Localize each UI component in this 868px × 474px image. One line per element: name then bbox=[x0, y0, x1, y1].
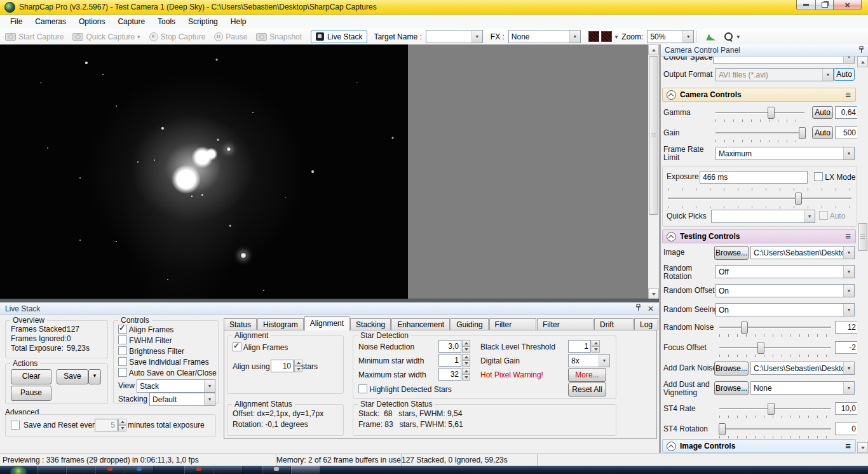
add-dust-browse-button[interactable]: Browse... bbox=[714, 381, 749, 395]
slider-thumb[interactable] bbox=[795, 193, 802, 205]
highlight-stars-checkbox[interactable]: Highlight Detected Stars bbox=[358, 384, 452, 394]
lx-mode-checkbox[interactable]: LX Mode bbox=[814, 172, 855, 182]
collapse-icon[interactable] bbox=[667, 232, 676, 241]
more-button[interactable]: More... bbox=[568, 368, 606, 382]
gain-auto-button[interactable]: Auto bbox=[812, 126, 833, 139]
colour-space-combo[interactable]: ▾ bbox=[713, 57, 855, 64]
spin-up-icon[interactable] bbox=[592, 340, 600, 346]
random-rotation-combo[interactable]: Off ▾ bbox=[715, 265, 855, 278]
windows-taskbar[interactable] bbox=[0, 466, 868, 474]
live-stack-toggle-button[interactable]: Live Stack bbox=[311, 30, 367, 43]
close-icon[interactable]: ✕ bbox=[648, 304, 654, 313]
pause-button[interactable]: Pause bbox=[11, 386, 51, 401]
focus-offset-value[interactable]: -2 bbox=[835, 341, 858, 354]
menu-file[interactable]: File bbox=[4, 15, 29, 28]
image-controls-section-header[interactable]: Image Controls ≡ bbox=[662, 439, 856, 453]
black-level-spinner[interactable]: 1 bbox=[568, 340, 600, 353]
fwhm-filter-checkbox[interactable]: FWHM Filter bbox=[118, 335, 172, 345]
spin-down-icon[interactable] bbox=[462, 374, 470, 381]
exposure-slider[interactable] bbox=[668, 192, 851, 205]
tab-status[interactable]: Status bbox=[224, 318, 257, 330]
frame-rate-combo[interactable]: Maximum ▾ bbox=[715, 147, 855, 160]
scroll-down-button[interactable] bbox=[857, 442, 868, 453]
taskbar-button[interactable] bbox=[125, 466, 154, 474]
image-browse-button[interactable]: Browse... bbox=[714, 246, 749, 260]
camera-panel-scrollbar[interactable] bbox=[857, 57, 868, 453]
viewport-vertical-scrollbar[interactable] bbox=[648, 44, 659, 299]
taskbar-button[interactable] bbox=[214, 466, 243, 474]
slider-thumb[interactable] bbox=[741, 322, 748, 334]
spin-up-icon[interactable] bbox=[462, 368, 470, 374]
slider-thumb[interactable] bbox=[799, 127, 806, 139]
start-orb-icon[interactable] bbox=[10, 466, 27, 474]
start-capture-button[interactable]: Start Capture bbox=[5, 32, 64, 41]
close-button[interactable]: ✕ bbox=[834, 0, 862, 10]
digital-gain-combo[interactable]: 8x▾ bbox=[568, 354, 610, 367]
taskbar-button[interactable] bbox=[95, 466, 125, 474]
menu-icon[interactable]: ≡ bbox=[845, 91, 851, 98]
random-noise-value[interactable]: 12 bbox=[835, 321, 858, 334]
crosshair-icon-button[interactable] bbox=[601, 31, 612, 42]
menu-cameras[interactable]: Cameras bbox=[29, 15, 72, 28]
save-individual-frames-checkbox[interactable]: Save Individual Frames bbox=[118, 357, 209, 367]
max-star-width-spinner[interactable]: 32 bbox=[438, 368, 470, 381]
min-star-width-spinner[interactable]: 1 bbox=[438, 354, 470, 367]
fx-combo[interactable]: None ▾ bbox=[508, 30, 581, 43]
slider-thumb[interactable] bbox=[768, 403, 775, 415]
add-dark-noise-combo[interactable]: C:\Users\Sebastien\Deskto... ▾ bbox=[750, 362, 855, 375]
align-frames-checkbox[interactable]: Align Frames bbox=[118, 325, 173, 334]
brightness-filter-checkbox[interactable]: Brightness Filter bbox=[118, 346, 184, 356]
gain-value[interactable]: 500 bbox=[835, 126, 858, 139]
quick-capture-button[interactable]: Quick Capture ▾ bbox=[72, 32, 140, 41]
st4-rotation-slider[interactable] bbox=[719, 423, 831, 435]
pause-button[interactable]: Pause bbox=[214, 32, 247, 41]
taskbar-button[interactable] bbox=[184, 466, 214, 474]
reset-all-button[interactable]: Reset All bbox=[568, 383, 606, 396]
sky-image[interactable] bbox=[0, 44, 408, 299]
taskbar-button[interactable] bbox=[66, 466, 95, 474]
scroll-down-button[interactable] bbox=[648, 288, 659, 299]
image-combo[interactable]: C:\Users\Sebastien\Deskto... ▾ bbox=[750, 246, 855, 259]
slider-thumb[interactable] bbox=[768, 107, 775, 119]
tab-stacking[interactable]: Stacking bbox=[350, 318, 391, 330]
tab-drift-graph[interactable]: Drift Graph bbox=[594, 318, 634, 330]
st4-rotation-value[interactable]: 0 bbox=[835, 423, 858, 435]
zoom-combo[interactable]: 50% ▾ bbox=[647, 30, 694, 43]
auto-save-checkbox[interactable]: Auto Save on Clear/Close bbox=[118, 368, 217, 377]
restore-button[interactable] bbox=[816, 0, 834, 10]
gain-slider[interactable] bbox=[715, 126, 804, 139]
camera-controls-section-header[interactable]: Camera Controls ≡ bbox=[662, 88, 856, 102]
taskbar-button-active[interactable] bbox=[291, 466, 320, 474]
spin-down-icon[interactable] bbox=[462, 346, 470, 353]
stop-capture-button[interactable]: Stop Capture bbox=[149, 32, 206, 41]
pin-icon[interactable] bbox=[635, 304, 641, 313]
st4-rate-value[interactable]: 10,0 bbox=[835, 402, 858, 415]
view-combo[interactable]: Stack▾ bbox=[137, 379, 215, 393]
gamma-slider[interactable] bbox=[715, 106, 804, 119]
tab-enhancement[interactable]: Enhancement bbox=[391, 318, 450, 330]
taskbar-button[interactable] bbox=[262, 466, 291, 474]
align-stars-spinner[interactable]: 10 bbox=[271, 360, 302, 372]
tab-alignment[interactable]: Alignment bbox=[304, 316, 349, 330]
exposure-input[interactable]: 466 ms bbox=[700, 171, 808, 184]
scrollbar-thumb[interactable] bbox=[858, 223, 867, 251]
tab-filter-fwhm[interactable]: Filter (FWHM) bbox=[489, 318, 536, 330]
magnifier-icon-button[interactable] bbox=[724, 32, 733, 41]
random-seeing-combo[interactable]: On ▾ bbox=[715, 303, 855, 316]
snapshot-button[interactable]: Snapshot bbox=[256, 32, 302, 41]
target-name-combo[interactable]: ▾ bbox=[426, 30, 483, 43]
slider-thumb[interactable] bbox=[719, 423, 726, 435]
menu-icon[interactable]: ≡ bbox=[845, 233, 851, 240]
collapse-icon[interactable] bbox=[667, 90, 676, 100]
add-dark-noise-browse-button[interactable]: Browse... bbox=[714, 362, 749, 376]
menu-tools[interactable]: Tools bbox=[151, 15, 182, 28]
noise-reduction-spinner[interactable]: 3,0 bbox=[438, 340, 470, 353]
tab-histogram[interactable]: Histogram bbox=[257, 318, 304, 330]
random-noise-slider[interactable] bbox=[719, 321, 831, 334]
tab-guiding[interactable]: Guiding bbox=[451, 318, 488, 330]
menu-scripting[interactable]: Scripting bbox=[182, 15, 224, 28]
menu-options[interactable]: Options bbox=[72, 15, 111, 28]
tab-filter-brightness[interactable]: Filter (Brightness) bbox=[537, 318, 593, 330]
testing-controls-section-header[interactable]: Testing Controls ≡ bbox=[662, 229, 856, 243]
menu-help[interactable]: Help bbox=[224, 15, 253, 28]
